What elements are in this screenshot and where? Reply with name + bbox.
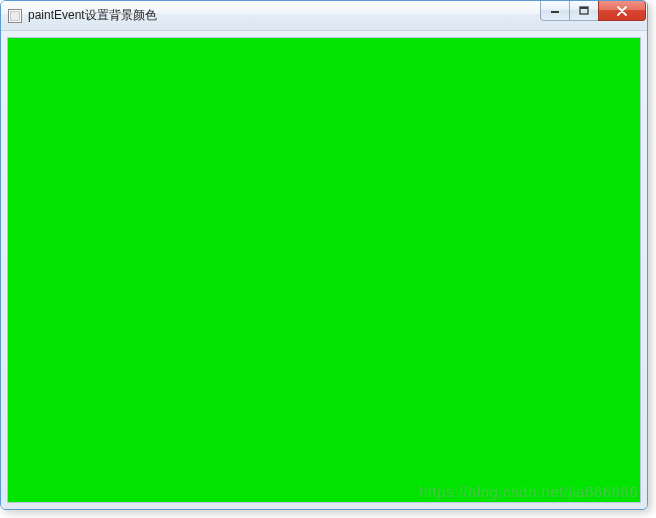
- maximize-button[interactable]: [569, 1, 599, 21]
- svg-rect-4: [580, 7, 588, 9]
- window-controls: [541, 1, 646, 30]
- titlebar[interactable]: paintEvent设置背景颜色: [1, 1, 647, 31]
- window-frame-padding: [1, 31, 647, 509]
- maximize-icon: [579, 6, 589, 16]
- app-icon: [7, 8, 23, 24]
- close-icon: [616, 6, 628, 16]
- application-window: paintEvent设置背景颜色: [0, 0, 648, 510]
- minimize-icon: [550, 6, 560, 16]
- minimize-button[interactable]: [540, 1, 570, 21]
- client-area: [7, 37, 641, 503]
- svg-rect-1: [11, 11, 20, 20]
- close-button[interactable]: [598, 1, 646, 21]
- window-title: paintEvent设置背景颜色: [28, 7, 541, 24]
- svg-rect-2: [551, 11, 559, 13]
